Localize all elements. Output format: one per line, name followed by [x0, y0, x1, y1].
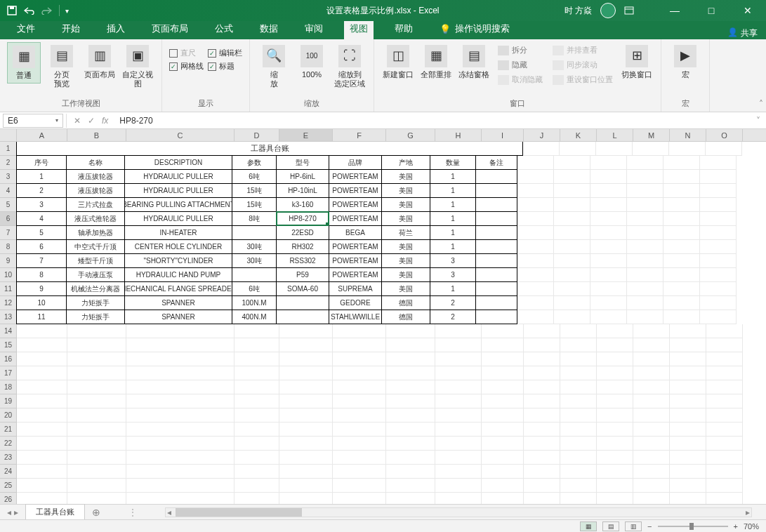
cell[interactable] [670, 493, 706, 504]
row-header[interactable]: 26 [0, 493, 16, 504]
cell[interactable] [126, 380, 235, 394]
column-header[interactable]: G [386, 129, 435, 141]
cell[interactable] [700, 282, 737, 296]
cell[interactable] [524, 394, 560, 408]
sheet-nav-prev-icon[interactable]: ◂ [7, 507, 11, 517]
cell[interactable] [627, 282, 663, 296]
column-header[interactable]: J [524, 129, 560, 141]
cell[interactable]: 7 [16, 253, 67, 268]
cell[interactable]: 型号 [276, 155, 329, 170]
cell[interactable] [560, 338, 597, 352]
cell[interactable] [700, 212, 737, 226]
cell[interactable] [435, 338, 482, 352]
cell[interactable] [706, 338, 743, 352]
cell[interactable] [475, 197, 517, 212]
cell[interactable]: 三片式拉盘 [66, 197, 125, 212]
cell[interactable] [126, 479, 235, 493]
cell[interactable] [627, 212, 663, 226]
cell[interactable] [700, 170, 737, 184]
cell[interactable]: POWERTEAM [329, 253, 382, 268]
cell[interactable] [670, 479, 706, 493]
zoom-button[interactable]: 🔍缩 放 [257, 42, 291, 91]
cell[interactable] [482, 380, 524, 394]
cell[interactable] [670, 352, 706, 366]
cell[interactable] [633, 465, 670, 479]
cell[interactable] [554, 212, 590, 226]
cell[interactable]: 30吨 [232, 239, 277, 254]
cell[interactable] [67, 423, 126, 437]
cell[interactable] [482, 423, 524, 437]
row-header[interactable]: 14 [0, 324, 16, 338]
scroll-right-icon[interactable]: ▸ [746, 507, 750, 517]
cell[interactable] [590, 254, 627, 268]
cell[interactable] [386, 423, 435, 437]
redo-icon[interactable] [41, 6, 53, 15]
cell[interactable] [279, 451, 333, 465]
cell[interactable] [597, 338, 633, 352]
cell[interactable] [67, 479, 126, 493]
share-button[interactable]: 👤共享 [727, 27, 758, 39]
cell[interactable] [633, 437, 670, 451]
pagelayout-view-button[interactable]: ▥页面布局 [83, 42, 117, 82]
cell[interactable]: 15吨 [232, 183, 277, 198]
row-header[interactable]: 13 [0, 310, 16, 324]
cell[interactable] [126, 451, 235, 465]
cell[interactable]: CENTER HOLE CYLINDER [124, 239, 232, 254]
cell[interactable]: SUPREMA [329, 281, 382, 296]
row-header[interactable]: 10 [0, 268, 16, 282]
cell[interactable] [435, 493, 482, 504]
cell[interactable] [706, 380, 743, 394]
cell[interactable] [435, 465, 482, 479]
cell[interactable]: 力矩扳手 [66, 310, 125, 324]
cell[interactable] [235, 394, 279, 408]
cell[interactable] [597, 408, 633, 423]
cell[interactable] [235, 493, 279, 504]
cell[interactable] [475, 183, 517, 198]
ruler-checkbox[interactable]: 直尺 [169, 48, 204, 58]
cell[interactable]: 1 [430, 281, 476, 296]
cell[interactable] [279, 423, 333, 437]
cell[interactable] [670, 451, 706, 465]
column-header[interactable]: F [333, 129, 386, 141]
cell[interactable] [706, 465, 743, 479]
close-button[interactable]: ✕ [734, 5, 762, 16]
cell[interactable]: 机械法兰分离器 [66, 281, 125, 296]
cell[interactable] [633, 352, 670, 366]
column-header[interactable]: D [235, 129, 279, 141]
cell[interactable] [279, 338, 333, 352]
fx-icon[interactable]: fx [102, 116, 108, 126]
cell[interactable] [706, 324, 743, 338]
cell[interactable] [524, 324, 560, 338]
tell-me[interactable]: 💡 操作说明搜索 [434, 20, 515, 39]
cell[interactable] [560, 394, 597, 408]
cell[interactable] [126, 324, 235, 338]
cell[interactable] [517, 310, 554, 324]
cell[interactable] [663, 212, 700, 226]
cell[interactable]: 美国 [381, 197, 430, 212]
zoom-selection-button[interactable]: ⛶缩放到 选定区域 [333, 42, 367, 91]
cell[interactable] [670, 366, 706, 380]
zoom-out-button[interactable]: − [647, 522, 652, 531]
cell[interactable] [333, 437, 386, 451]
cell[interactable] [597, 352, 633, 366]
cell[interactable] [235, 451, 279, 465]
cell[interactable] [633, 451, 670, 465]
cell[interactable]: 1 [430, 211, 476, 226]
cell[interactable]: 400N.M [232, 310, 277, 324]
cell[interactable]: 中空式千斤顶 [66, 239, 125, 254]
user-name[interactable]: 时 方焱 [564, 5, 592, 17]
cell[interactable]: 力矩扳手 [66, 295, 125, 310]
cell[interactable] [663, 170, 700, 184]
cell[interactable] [435, 479, 482, 493]
cell[interactable] [590, 156, 627, 170]
cell[interactable] [482, 366, 524, 380]
cell[interactable] [670, 338, 706, 352]
cell[interactable] [517, 240, 554, 254]
cell[interactable]: 1 [430, 197, 476, 212]
cell[interactable] [333, 324, 386, 338]
cell[interactable] [482, 465, 524, 479]
row-header[interactable]: 8 [0, 240, 16, 254]
cell[interactable] [560, 366, 597, 380]
cell[interactable]: 美国 [381, 239, 430, 254]
tab-review[interactable]: 审阅 [299, 20, 329, 39]
